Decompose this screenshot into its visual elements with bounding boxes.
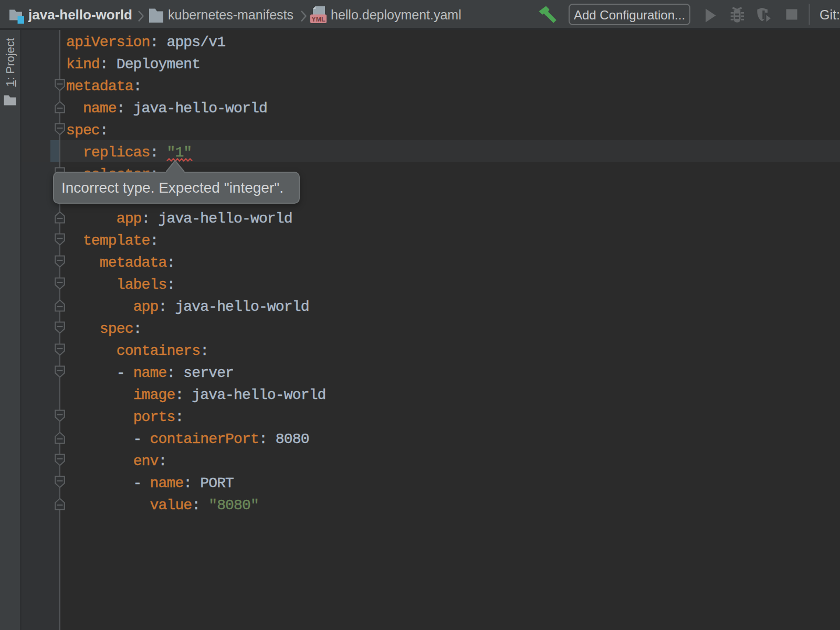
svg-text:YML: YML xyxy=(311,16,326,23)
